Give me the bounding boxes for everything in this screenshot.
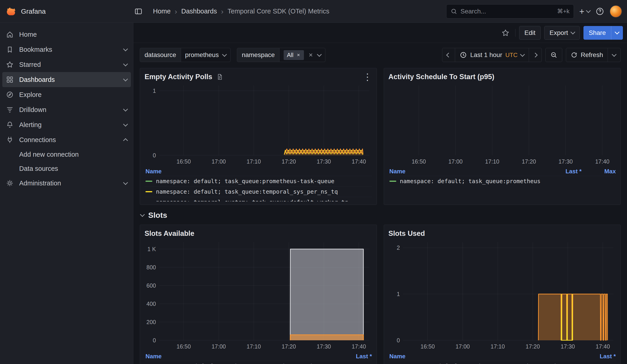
sidebar-item-add-new-connection[interactable]: Add new connection (0, 147, 133, 161)
timeseries-chart[interactable]: 16:5017:0017:1017:2017:3017:40012 (388, 239, 616, 351)
svg-text:16:50: 16:50 (176, 343, 191, 350)
breadcrumb-dashboards[interactable]: Dashboards (181, 7, 217, 15)
legend-column[interactable]: Last * (547, 168, 582, 175)
dashboard-filter-bar: datasource prometheus namespace All (133, 43, 627, 68)
time-range-picker[interactable]: Last 1 hour UTC (455, 48, 529, 62)
panel-header[interactable]: Slots Available (145, 228, 372, 239)
refresh-interval-button[interactable] (608, 48, 621, 62)
svg-text:400: 400 (146, 301, 156, 307)
favorite-star-button[interactable] (499, 27, 512, 39)
sidebar-item-connections[interactable]: Connections (0, 132, 133, 147)
panel-header[interactable]: Empty Activity Polls ⋮ (145, 71, 372, 82)
gear-icon (6, 179, 14, 187)
search-shortcut: ⌘+k (557, 8, 570, 15)
user-avatar[interactable] (610, 5, 622, 18)
panel-legend: NameLast *Maxnamespace: default; task_qu… (388, 167, 616, 186)
svg-text:200: 200 (146, 319, 156, 325)
refresh-button[interactable]: Refresh (566, 48, 608, 62)
sidebar-item-dashboards[interactable]: Dashboards (2, 72, 131, 87)
search-box[interactable]: ⌘+k (446, 4, 574, 18)
chevron-down-icon (123, 122, 128, 126)
legend-row[interactable]: namespace: default; task_queue:prometheu… (388, 176, 616, 186)
time-shift-forward-button[interactable] (529, 48, 542, 62)
legend-row[interactable]: namespace: default; task_queue:prometheu… (145, 361, 372, 364)
breadcrumb-home[interactable]: Home (153, 7, 170, 15)
remove-tag-icon[interactable] (296, 53, 301, 57)
clear-all-icon[interactable] (308, 52, 314, 58)
panel-description-icon[interactable] (216, 73, 223, 80)
clock-icon (460, 51, 467, 59)
row-slots-toggle[interactable]: Slots (141, 211, 621, 220)
sidebar-item-label: Administration (19, 179, 118, 187)
series-name: namespace: default; task_queue:prometheu… (400, 363, 578, 364)
legend-column-name[interactable]: Name (146, 168, 372, 175)
sidebar-item-administration[interactable]: Administration (0, 176, 133, 191)
legend-column[interactable]: Last * (582, 353, 616, 360)
svg-text:17:10: 17:10 (247, 343, 261, 350)
dashboard-grid: Empty Activity Polls ⋮ 16:5017:0017:1017… (133, 68, 627, 364)
legend-column[interactable]: Max (582, 168, 616, 175)
sidebar-item-data-sources[interactable]: Data sources (0, 161, 133, 176)
datasource-select[interactable]: prometheus (181, 48, 231, 62)
sidebar-item-label: Bookmarks (19, 46, 118, 53)
svg-text:17:00: 17:00 (211, 158, 226, 165)
legend-row[interactable]: namespace: default; task_queue:prometheu… (145, 176, 372, 186)
sidebar-item-drilldown[interactable]: Drilldown (0, 102, 133, 117)
svg-text:16:50: 16:50 (412, 158, 426, 165)
sidebar-item-home[interactable]: Home (0, 27, 133, 42)
timeseries-chart[interactable]: 16:5017:0017:1017:2017:3017:4001 (145, 82, 372, 166)
sidebar-item-label: Add new connection (19, 151, 79, 158)
svg-text:17:10: 17:10 (485, 158, 499, 165)
svg-text:800: 800 (146, 264, 156, 270)
zoom-out-button[interactable] (545, 48, 562, 62)
namespace-select[interactable]: All (279, 48, 325, 62)
top-navigation-bar: Grafana Home › Dashboards › Temporal Cor… (0, 0, 627, 23)
legend-row[interactable]: namespace: default; task_queue:temporal_… (145, 186, 372, 197)
sidebar-toggle-icon[interactable] (134, 7, 143, 15)
timeseries-chart[interactable]: 16:5017:0017:1017:2017:3017:40 (388, 82, 616, 166)
search-input[interactable] (461, 8, 554, 15)
legend-column[interactable]: Last * (338, 353, 372, 360)
star-outline-icon (501, 29, 510, 37)
panel-empty-activity-polls: Empty Activity Polls ⋮ 16:5017:0017:1017… (140, 68, 377, 205)
namespace-selected-pill[interactable]: All (284, 50, 304, 60)
svg-text:17:20: 17:20 (522, 158, 536, 165)
chevron-down-icon (123, 106, 128, 111)
app-title: Grafana (21, 7, 46, 15)
svg-text:16:50: 16:50 (420, 343, 435, 350)
refresh-icon (571, 52, 577, 58)
panel-slots-used: Slots Used 16:5017:0017:1017:2017:3017:4… (384, 225, 621, 364)
share-dropdown-button[interactable] (611, 26, 623, 40)
legend-row[interactable]: namespace: default; task_queue:prometheu… (388, 361, 616, 364)
edit-button[interactable]: Edit (519, 26, 541, 40)
timezone-label: UTC (506, 52, 518, 59)
help-button[interactable] (596, 7, 604, 16)
chevron-down-icon (586, 8, 591, 13)
main-content: Edit Export Share datasource prometheus (133, 23, 627, 364)
chevron-down-icon (520, 52, 525, 56)
panel-header[interactable]: Slots Used (388, 228, 616, 239)
sidebar-item-alerting[interactable]: Alerting (0, 117, 133, 132)
legend-column-name[interactable]: Name (389, 168, 548, 175)
breadcrumb-separator: › (175, 8, 177, 15)
grafana-logo-icon[interactable] (5, 6, 16, 17)
panel-activity-schedule-to-start: Activity Schedule To Start (p95) 16:5017… (384, 68, 621, 205)
svg-text:2: 2 (397, 245, 400, 251)
sidebar-item-label: Explore (19, 91, 127, 99)
panel-header[interactable]: Activity Schedule To Start (p95) (388, 71, 616, 82)
datasource-value: prometheus (185, 51, 219, 59)
svg-text:1: 1 (397, 291, 400, 297)
sidebar-item-starred[interactable]: Starred (0, 57, 133, 72)
export-button[interactable]: Export (544, 26, 580, 40)
sidebar-item-explore[interactable]: Explore (0, 87, 133, 102)
share-button[interactable]: Share (583, 26, 611, 40)
timeseries-chart[interactable]: 16:5017:0017:1017:2017:3017:400200400600… (145, 239, 372, 351)
legend-column-name[interactable]: Name (389, 353, 582, 360)
legend-row[interactable]: namespace: temporal_system; task_queue:d… (145, 197, 372, 201)
legend-column-name[interactable]: Name (146, 353, 338, 360)
search-icon (451, 8, 457, 15)
new-menu-button[interactable]: + (579, 7, 590, 16)
sidebar-item-bookmarks[interactable]: Bookmarks (0, 42, 133, 57)
panel-menu-icon[interactable]: ⋮ (363, 72, 372, 81)
time-shift-back-button[interactable] (442, 48, 455, 62)
